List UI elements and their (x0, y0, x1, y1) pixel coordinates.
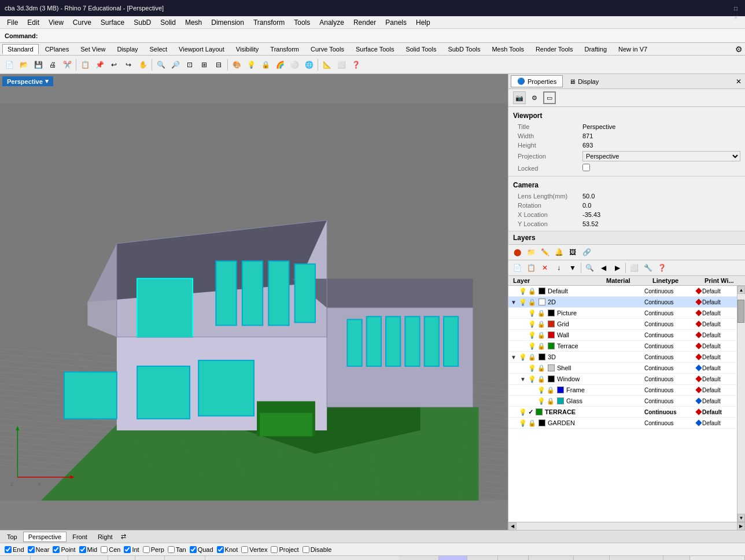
osnap-int-checkbox[interactable] (124, 546, 131, 553)
menu-item-help[interactable]: Help (411, 17, 435, 28)
toolbar-tab-set-view[interactable]: Set View (75, 44, 110, 54)
layers-tb-filter-icon[interactable]: 🔍 (583, 261, 596, 274)
expand-3d[interactable]: ▼ (511, 354, 518, 360)
bulb-3d[interactable]: 💡 (519, 353, 527, 361)
zoom-window-icon[interactable]: ⊞ (197, 58, 211, 72)
layers-tb-next-icon[interactable]: ▶ (611, 261, 624, 274)
toolbar-tab-viewport-layout[interactable]: Viewport Layout (174, 44, 230, 54)
bulb-wall[interactable]: 💡 (528, 331, 536, 339)
layers-tb-copy-icon[interactable]: 📋 (525, 261, 537, 274)
bulb-picture[interactable]: 💡 (528, 310, 536, 317)
panel-close-icon[interactable]: ✕ (735, 76, 743, 87)
snap-icon[interactable]: 📐 (320, 58, 334, 72)
layers-tb-bell-icon[interactable]: 🔔 (552, 246, 565, 259)
layer-row-shell[interactable]: 💡 🔒 Shell Continuous Default (508, 363, 737, 374)
color-2d[interactable] (539, 299, 545, 305)
color-terrace[interactable] (536, 408, 543, 415)
hscrollbar-right[interactable]: ▶ (737, 522, 745, 530)
osnap-perp-checkbox[interactable] (143, 546, 150, 553)
toolbar-tab-drafting[interactable]: Drafting (580, 44, 613, 54)
vp-tab-front[interactable]: Front (68, 532, 92, 541)
gear-icon[interactable]: ⚙ (528, 91, 541, 104)
osnap-tan-checkbox[interactable] (168, 546, 175, 553)
layer-row-3d[interactable]: ▼ 💡 🔒 3D Continuous Default (508, 352, 737, 363)
maximize-button[interactable]: □ (731, 3, 740, 13)
layers-tb-current-icon[interactable]: ⬤ (511, 246, 523, 259)
color-picture[interactable] (548, 310, 555, 316)
filter-button[interactable]: Filter (663, 556, 689, 560)
layers-tb-prev-icon[interactable]: ◀ (597, 261, 610, 274)
color-3d[interactable] (539, 353, 545, 360)
layers-tb-delete-icon[interactable]: ✕ (539, 261, 551, 274)
camera-icon[interactable]: 📷 (513, 91, 526, 104)
locked-checkbox[interactable] (582, 164, 590, 171)
globe-icon[interactable]: 🌐 (302, 58, 316, 72)
layers-tb-folder-icon[interactable]: 📁 (525, 246, 537, 259)
menu-item-panels[interactable]: Panels (381, 17, 411, 28)
bulb-shell[interactable]: 💡 (528, 364, 536, 372)
viewport-label[interactable]: Perspective ▾ (2, 76, 53, 86)
bulb-terrace[interactable]: 💡 (519, 408, 527, 416)
display-tab[interactable]: 🖥 Display (563, 76, 605, 87)
redo-icon[interactable]: ↪ (121, 58, 135, 72)
bulb-terrace-2d[interactable]: 💡 (528, 342, 536, 350)
bulb-garden[interactable]: 💡 (519, 419, 527, 427)
grid-snap-button[interactable]: Grid Snap (399, 556, 440, 560)
bulb-default[interactable]: 💡 (519, 288, 527, 295)
expand-2d[interactable]: ▼ (511, 299, 518, 305)
scrollbar-up[interactable]: ▲ (737, 286, 745, 294)
command-input[interactable] (38, 32, 153, 39)
lock-terrace-2d[interactable]: 🔒 (537, 342, 545, 350)
menu-item-file[interactable]: File (2, 17, 23, 28)
prop-value-projection[interactable]: Perspective Parallel (582, 151, 740, 161)
osnap-disable-checkbox[interactable] (303, 546, 309, 553)
menu-item-transform[interactable]: Transform (249, 17, 289, 28)
viewport-dropdown-icon[interactable]: ▾ (45, 78, 49, 85)
print-icon[interactable]: 🖨 (46, 58, 60, 72)
planar-button[interactable]: Planar (467, 556, 498, 560)
zoom-out-icon[interactable]: 🔎 (168, 58, 182, 72)
color-default[interactable] (539, 288, 545, 294)
lock-window[interactable]: 🔒 (537, 375, 545, 383)
vp-tab-top[interactable]: Top (2, 532, 22, 541)
toolbar-tab-surface-tools[interactable]: Surface Tools (351, 44, 399, 54)
menu-item-surface[interactable]: Surface (96, 17, 129, 28)
toolbar-tab-display[interactable]: Display (112, 44, 143, 54)
save-icon[interactable]: 💾 (31, 58, 45, 72)
layer-row-frame[interactable]: 💡 🔒 Frame Continuous Default (508, 385, 737, 396)
lock-icon[interactable]: 🔒 (259, 58, 272, 72)
zoom-in-icon[interactable]: 🔍 (154, 58, 168, 72)
pan-icon[interactable]: ✋ (136, 58, 150, 72)
layers-tb-img-icon[interactable]: 🖼 (566, 246, 579, 259)
layers-tb-link-icon[interactable]: 🔗 (580, 246, 593, 259)
osnap-mid-checkbox[interactable] (79, 546, 86, 553)
menu-item-subd[interactable]: SubD (129, 17, 156, 28)
toolbar-tab-curve-tools[interactable]: Curve Tools (305, 44, 349, 54)
menu-item-analyze[interactable]: Analyze (315, 17, 349, 28)
bulb-grid[interactable]: 💡 (528, 320, 536, 328)
toolbar-tab-solid-tools[interactable]: Solid Tools (400, 44, 441, 54)
toolbar-tab-render-tools[interactable]: Render Tools (530, 44, 578, 54)
layers-tb-square-icon[interactable]: ⬜ (628, 261, 640, 274)
sphere-icon[interactable]: ⚪ (287, 58, 301, 72)
layers-tb-settings-icon[interactable]: 🔧 (641, 261, 654, 274)
osnap-vertex-checkbox[interactable] (241, 546, 248, 553)
layers-tb-new-icon[interactable]: 📄 (511, 261, 523, 274)
vp-tab-sync-icon[interactable]: ⇄ (119, 532, 128, 541)
gumball-button[interactable]: Gumball (574, 556, 610, 560)
color-frame[interactable] (557, 386, 564, 393)
scrollbar-thumb[interactable] (737, 300, 744, 323)
toolbar-tab-standard[interactable]: Standard (2, 44, 39, 54)
lock-wall[interactable]: 🔒 (537, 331, 545, 339)
new-icon[interactable]: 📄 (2, 58, 16, 72)
menu-item-view[interactable]: View (44, 17, 68, 28)
color-grid[interactable] (548, 320, 555, 327)
toolbar-tab-mesh-tools[interactable]: Mesh Tools (486, 44, 529, 54)
layer-row-garden[interactable]: 💡 🔒 GARDEN Continuous Default (508, 418, 737, 429)
osnap-near-checkbox[interactable] (28, 546, 35, 553)
lock-frame[interactable]: 🔒 (547, 386, 555, 394)
osnap-knot-checkbox[interactable] (217, 546, 224, 553)
layers-tb-expand-icon[interactable]: ▼ (566, 261, 579, 274)
copy-icon[interactable]: 📋 (78, 58, 92, 72)
lock-shell[interactable]: 🔒 (537, 364, 545, 372)
